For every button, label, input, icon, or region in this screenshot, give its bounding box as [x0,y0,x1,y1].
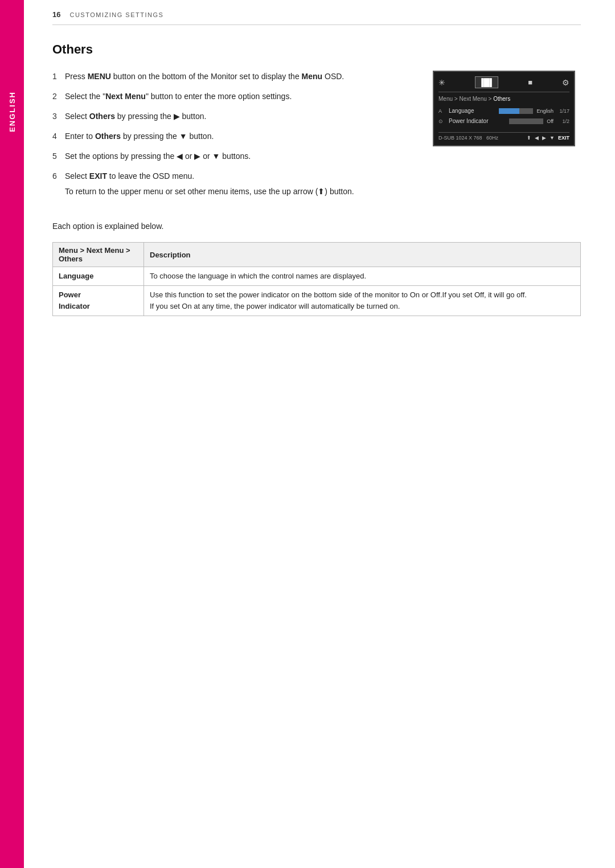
table-power-item: PowerIndicator [53,286,144,316]
table-language-item: Language [53,267,144,286]
osd-icon-brightness: ✳ [438,78,445,87]
table-col1-header: Menu > Next Menu > Others [53,243,144,267]
osd-power-counter: 1/2 [556,118,569,124]
osd-icon-display: ▐█▌ [475,76,499,88]
sidebar: ENGLISH [0,0,24,868]
main-content: 16 CUSTOMIZING SETTINGS Others 1 Press M… [24,0,615,868]
step-3: 3 Select Others by pressing the ▶ button… [52,110,410,122]
osd-column: ✳ ▐█▌ ■ ⚙ Menu > Next Menu > Others A La… [433,71,581,206]
osd-top-icons: ✳ ▐█▌ ■ ⚙ [438,76,569,92]
osd-btn-right: ▶ [542,135,546,141]
step-1-number: 1 [52,71,65,83]
table-power-desc: Use this function to set the power indic… [144,286,581,316]
step-3-text: Select Others by pressing the ▶ button. [65,110,206,122]
osd-resolution-text: D-SUB 1024 X 768 [438,135,482,141]
page-header-title: CUSTOMIZING SETTINGS [69,11,163,18]
each-option-text: Each option is explained below. [52,222,581,231]
content-columns: 1 Press MENU button on the bottom of the… [52,71,581,206]
osd-language-icon: A [438,108,446,114]
osd-language-value: English [536,108,554,114]
osd-power-value: Off [547,118,554,124]
table-row-language: Language To choose the language in which… [53,267,581,286]
osd-btn-exit: EXIT [558,135,569,141]
table-language-desc: To choose the language in which the cont… [144,267,581,286]
page-header: 16 CUSTOMIZING SETTINGS [52,0,581,25]
step-5-number: 5 [52,150,65,162]
step-6-number: 6 [52,170,65,182]
osd-icon-settings: ⚙ [562,78,569,87]
step-3-number: 3 [52,110,65,122]
step-1: 1 Press MENU button on the bottom of the… [52,71,410,83]
osd-row-power: ⊙ Power Indicator Off 1/2 [438,118,569,124]
osd-power-label: Power Indicator [449,118,509,124]
sidebar-label: ENGLISH [8,91,17,132]
osd-language-counter: 1/17 [556,108,569,114]
steps-column: 1 Press MENU button on the bottom of the… [52,71,410,206]
table-col2-header: Description [144,243,581,267]
osd-btn-up: ⬆ [527,135,531,141]
options-table: Menu > Next Menu > Others Description La… [52,242,581,316]
osd-footer: D-SUB 1024 X 768 60Hz ⬆ ◀ ▶ ▼ EXIT [438,132,569,141]
steps-list: 1 Press MENU button on the bottom of the… [52,71,410,198]
step-5-text: Set the options by pressing the ◀ or ▶ o… [65,150,251,162]
osd-icon-color: ■ [528,78,532,87]
step-2: 2 Select the "Next Menu" button to enter… [52,91,410,103]
page-number: 16 [52,10,60,19]
osd-breadcrumb: Menu > Next Menu > Others [438,96,569,102]
osd-footer-resolution: D-SUB 1024 X 768 60Hz [438,135,498,141]
osd-breadcrumb-highlight: Others [493,96,510,102]
osd-btn-down: ▼ [550,135,555,141]
osd-language-label: Language [449,108,499,114]
osd-language-bar [499,108,533,114]
osd-power-bar [509,118,543,124]
osd-language-bar-fill [499,108,519,114]
step-2-number: 2 [52,91,65,103]
step-6-text: Select EXIT to leave the OSD menu. [65,170,194,182]
osd-btn-left: ◀ [535,135,539,141]
step-4: 4 Enter to Others by pressing the ▼ butt… [52,130,410,142]
osd-screen: ✳ ▐█▌ ■ ⚙ Menu > Next Menu > Others A La… [433,71,575,146]
section-title: Others [52,42,581,57]
table-row-power: PowerIndicator Use this function to set … [53,286,581,316]
step-5: 5 Set the options by pressing the ◀ or ▶… [52,150,410,162]
osd-row-language: A Language English 1/17 [438,108,569,114]
step-2-text: Select the "Next Menu" button to enter t… [65,91,292,103]
step-4-text: Enter to Others by pressing the ▼ button… [65,130,214,142]
step-1-text: Press MENU button on the bottom of the M… [65,71,344,83]
osd-power-icon: ⊙ [438,118,446,124]
step-6: 6 Select EXIT to leave the OSD menu. To … [52,170,410,198]
osd-footer-buttons: ⬆ ◀ ▶ ▼ EXIT [527,135,569,141]
step-4-number: 4 [52,130,65,142]
osd-hz-text: 60Hz [486,135,498,141]
step-6-sub: To return to the upper menu or set other… [65,186,410,198]
table-header-row: Menu > Next Menu > Others Description [53,243,581,267]
